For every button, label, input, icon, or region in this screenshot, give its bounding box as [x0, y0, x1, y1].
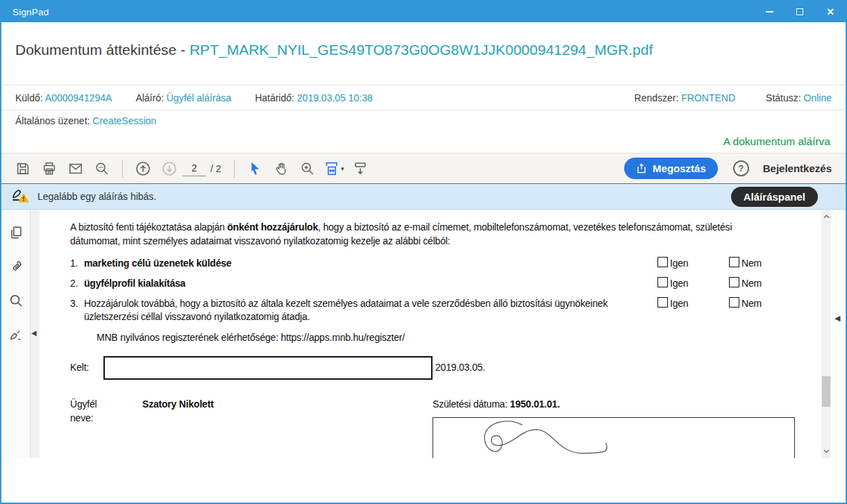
no-label: Nem — [741, 297, 762, 311]
checkbox-yes-2[interactable] — [657, 277, 668, 287]
print-icon — [42, 161, 57, 176]
item-text: ügyfélprofil kialakítása — [84, 277, 632, 291]
scrollbar-thumb[interactable] — [822, 376, 830, 407]
zoom-in-button[interactable] — [297, 158, 318, 179]
viewer-sidebar — [1, 210, 31, 458]
system-value: FRONTEND — [681, 92, 735, 103]
item-number: 1. — [70, 257, 84, 271]
attachments-button[interactable] — [7, 258, 25, 276]
signer-pair: Aláíró: Ügyfél aláírása — [135, 92, 231, 103]
message-row: Általános üzenet: CreateSession — [1, 110, 846, 131]
list-item: 2. ügyfélprofil kialakítása Igen Nem — [70, 277, 800, 291]
vertical-scrollbar[interactable] — [821, 210, 831, 458]
minimize-icon — [766, 11, 773, 12]
sidebar-splitter[interactable]: ◀ — [31, 210, 40, 458]
intro-pre: A biztosító fenti tájékoztatása alapján — [70, 221, 227, 233]
zoom-options-icon — [94, 161, 110, 176]
email-button[interactable] — [65, 158, 86, 179]
next-page-button[interactable] — [159, 158, 180, 179]
status-value: Online — [804, 92, 832, 103]
help-button[interactable]: ? — [733, 160, 749, 176]
system-label: Rendszer: — [635, 92, 679, 103]
checkbox-yes-1[interactable] — [657, 257, 668, 267]
page-thumbnails-button[interactable] — [7, 224, 25, 242]
page-number-input[interactable] — [183, 161, 206, 176]
client-name-block: Ügyfél neve: Szatory Nikolett — [70, 398, 214, 458]
minimize-button[interactable] — [754, 1, 785, 22]
footer-area — [1, 458, 846, 503]
collapse-right-panel-icon[interactable]: ◀ — [835, 314, 840, 323]
collapse-left-panel-icon[interactable]: ◀ — [31, 329, 37, 337]
status-pair: Státusz: Online — [766, 92, 832, 103]
scroll-up-icon[interactable] — [821, 211, 831, 222]
search-button[interactable] — [7, 292, 25, 310]
sender-pair: Küldő: A0000941294A — [15, 92, 112, 103]
birth-date-label: Születési dátuma: — [433, 398, 508, 410]
save-button[interactable] — [12, 158, 33, 179]
sign-pen-icon — [8, 327, 24, 342]
checkbox-no-3[interactable] — [729, 297, 739, 308]
share-button[interactable]: Megosztás — [624, 158, 718, 179]
print-button[interactable] — [39, 158, 60, 179]
signature-field[interactable] — [433, 417, 795, 458]
fit-width-button[interactable]: ▾ — [324, 158, 344, 179]
page-total: / 2 — [210, 163, 221, 174]
message-label: Általános üzenet: — [15, 115, 90, 126]
close-button[interactable]: ✕ — [815, 1, 846, 22]
maximize-icon — [796, 8, 803, 15]
fill-sign-button[interactable] — [7, 326, 25, 344]
toolbar-separator — [122, 160, 123, 178]
no-option-3: Nem — [729, 297, 800, 311]
fit-width-icon — [324, 160, 339, 177]
consent-paragraph: A biztosító fenti tájékoztatása alapján … — [70, 221, 761, 249]
hand-tool-button[interactable] — [271, 158, 292, 179]
birth-date-value: 1950.01.01. — [510, 398, 560, 410]
item-number: 3. — [70, 297, 84, 311]
system-pair: Rendszer: FRONTEND — [635, 92, 735, 103]
no-option-2: Nem — [729, 277, 800, 291]
checkbox-no-1[interactable] — [729, 257, 739, 267]
toolbar-separator — [234, 160, 235, 178]
previous-page-button[interactable] — [133, 158, 153, 179]
hand-icon — [274, 161, 289, 176]
signature-panel-button[interactable]: Aláíráspanel — [731, 187, 818, 207]
title-bar: SignPad ✕ — [1, 1, 846, 22]
page-title-prefix: Dokumentum áttekintése - — [15, 42, 190, 58]
scroll-down-icon[interactable] — [821, 446, 831, 457]
search-icon — [8, 293, 24, 308]
checkbox-no-2[interactable] — [729, 277, 739, 287]
paperclip-icon — [5, 255, 26, 277]
select-tool-button[interactable] — [244, 158, 265, 179]
app-title: SignPad — [1, 7, 49, 17]
header: Dokumentum áttekintése - RPT_MARK_NYIL_G… — [1, 22, 846, 85]
no-label: Nem — [741, 277, 762, 291]
scrolling-mode-button[interactable] — [350, 158, 371, 179]
item-text: marketing célú üzenetek küldése — [84, 257, 632, 271]
no-option-1: Nem — [729, 257, 800, 271]
signature-block: Születési dátuma: 1950.01.01. Ügyfél alá… — [433, 398, 796, 458]
signature-warning-icon — [11, 188, 29, 205]
deadline-value: 2019.03.05 10:38 — [297, 92, 373, 103]
signer-label: Aláíró: — [135, 92, 163, 103]
signed-status-row: A dokumentum aláírva — [1, 131, 846, 153]
pdf-page: A biztosító fenti tájékoztatása alapján … — [40, 210, 821, 458]
client-name-value: Szatory Nikolett — [142, 398, 214, 458]
zoom-options-button[interactable] — [92, 158, 112, 179]
help-icon: ? — [738, 163, 744, 174]
yes-label: Igen — [670, 277, 688, 291]
message-value: CreateSession — [92, 115, 156, 126]
kelt-date: 2019.03.05. — [435, 361, 485, 375]
page-title: Dokumentum áttekintése - RPT_MARK_NYIL_G… — [15, 42, 653, 58]
deadline-label: Határidő: — [255, 92, 294, 103]
warning-text: Legalább egy aláírás hibás. — [37, 191, 156, 202]
meta-row: Küldő: A0000941294A Aláíró: Ügyfél aláír… — [1, 85, 846, 110]
sender-value: A0000941294A — [45, 92, 112, 103]
document-filename: RPT_MARK_NYIL_GES49TO873G0OG8W1JJK000094… — [190, 42, 653, 58]
intro-bold: önként hozzájárulok — [227, 221, 318, 233]
checkbox-yes-3[interactable] — [657, 297, 668, 308]
client-name-label: Ügyfél neve: — [70, 398, 113, 458]
login-button[interactable]: Bejelentkezés — [763, 162, 832, 174]
item-number: 2. — [70, 277, 84, 291]
place-input-field[interactable] — [103, 356, 433, 380]
maximize-button[interactable] — [785, 1, 815, 22]
